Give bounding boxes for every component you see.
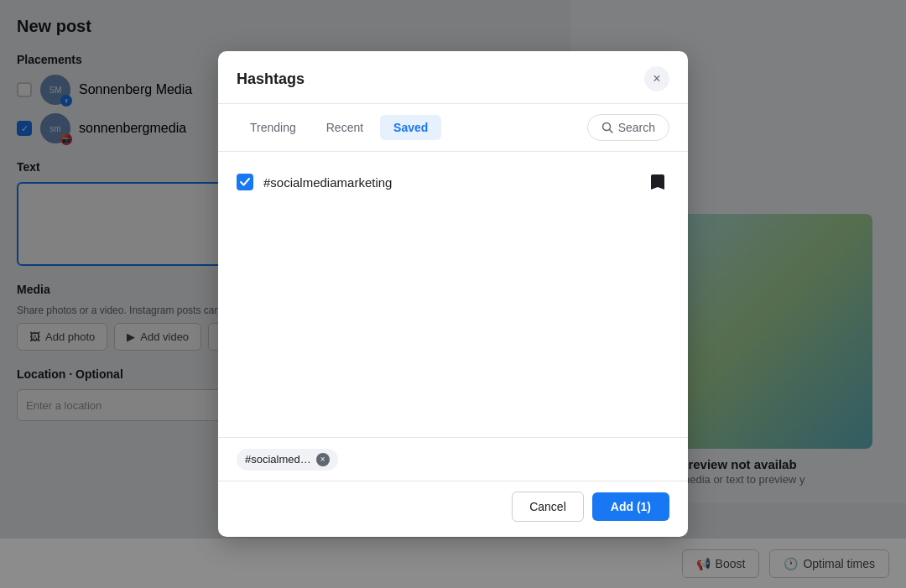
modal-actions: Cancel Add (1) xyxy=(218,481,688,537)
tag-chip: #socialmed… × xyxy=(237,449,338,471)
list-item: #socialmediamarketing xyxy=(237,160,669,204)
modal-title: Hashtags xyxy=(237,70,305,88)
tab-recent[interactable]: Recent xyxy=(313,115,377,140)
tag-chip-label: #socialmed… xyxy=(245,453,311,466)
bookmark-icon[interactable] xyxy=(646,170,669,194)
svg-line-1 xyxy=(609,130,612,133)
modal-body: #socialmediamarketing xyxy=(218,152,688,437)
modal-tabs-row: Trending Recent Saved Search xyxy=(218,104,688,152)
modal-close-button[interactable]: × xyxy=(644,66,669,91)
hashtag-checkbox[interactable] xyxy=(237,174,253,190)
modal-overlay: Hashtags × Trending Recent Saved Search xyxy=(0,0,906,588)
cancel-button[interactable]: Cancel xyxy=(512,492,584,522)
hashtag-label: #socialmediamarketing xyxy=(263,175,636,190)
hashtags-modal: Hashtags × Trending Recent Saved Search xyxy=(218,51,688,537)
tab-trending[interactable]: Trending xyxy=(237,115,310,140)
tab-saved[interactable]: Saved xyxy=(380,115,441,140)
tag-chip-remove-button[interactable]: × xyxy=(316,453,330,466)
add-button[interactable]: Add (1) xyxy=(592,492,669,521)
selected-tags-area: #socialmed… × xyxy=(218,437,688,481)
search-icon xyxy=(601,122,613,133)
search-button[interactable]: Search xyxy=(587,114,669,141)
modal-header: Hashtags × xyxy=(218,51,688,104)
search-label: Search xyxy=(618,121,655,134)
close-icon: × xyxy=(653,71,660,86)
